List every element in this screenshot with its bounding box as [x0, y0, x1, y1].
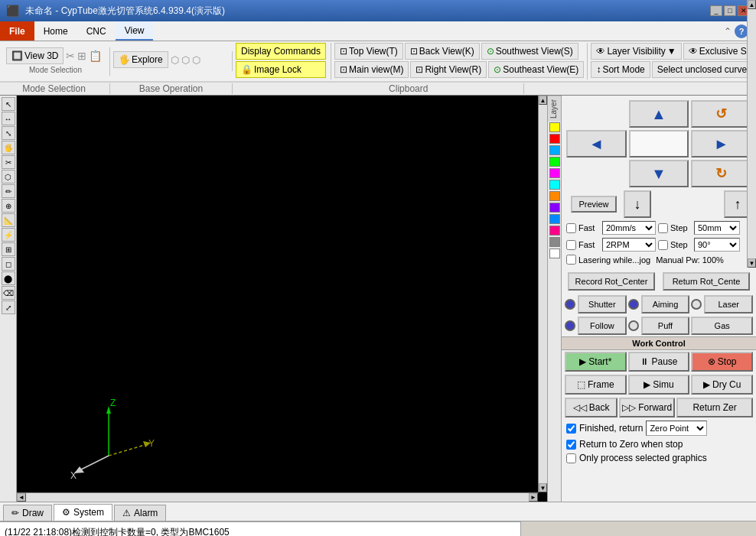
southeast-view-button[interactable]: ⊙ Southeast View(E): [488, 61, 584, 78]
z-down-button[interactable]: ↓: [624, 190, 651, 218]
layer-visibility-button[interactable]: 👁 Layer Visibility ▼: [591, 43, 681, 60]
step-val-2[interactable]: 90°: [694, 238, 740, 252]
left-tool-0[interactable]: ↖: [2, 97, 15, 111]
layer-color-2[interactable]: [549, 145, 560, 155]
layer-color-9[interactable]: [549, 226, 560, 236]
explore-button[interactable]: 🖐 Explore: [113, 51, 168, 68]
select-unclosed-button[interactable]: Select unclosed curve: [652, 61, 752, 78]
nav-left-button[interactable]: ◄: [566, 130, 627, 158]
return-rot-center-button[interactable]: Return Rot_Cente: [663, 272, 750, 291]
step-check-2[interactable]: [658, 240, 668, 250]
layer-color-10[interactable]: [549, 237, 560, 247]
canvas-hscroll[interactable]: ◄ ►: [17, 492, 538, 502]
fast-check-2[interactable]: [566, 240, 576, 250]
top-view-button[interactable]: ⊡ Top View(T): [334, 43, 403, 60]
back-view-button[interactable]: ⊡ Back View(K): [405, 43, 480, 60]
nav-center: [629, 130, 689, 158]
left-tool-8[interactable]: 📐: [2, 213, 15, 227]
left-tool-13[interactable]: ⌫: [2, 286, 15, 300]
layer-color-4[interactable]: [549, 168, 560, 178]
menu-cnc[interactable]: CNC: [77, 21, 116, 41]
start-button[interactable]: ▶ Start*: [565, 352, 627, 372]
minimize-button[interactable]: _: [710, 5, 722, 16]
laser-radio[interactable]: [691, 299, 702, 310]
display-commands-button[interactable]: Display Commands: [236, 43, 326, 60]
aiming-radio[interactable]: [628, 299, 639, 310]
record-rot-center-button[interactable]: Record Rot_Center: [568, 272, 655, 291]
aiming-button[interactable]: Aiming: [641, 295, 690, 313]
puff-button[interactable]: Puff: [641, 317, 690, 335]
left-tool-10[interactable]: ⊞: [2, 242, 15, 256]
lasering-check[interactable]: [566, 255, 576, 265]
follow-radio[interactable]: [565, 320, 575, 331]
menu-view[interactable]: View: [116, 21, 154, 41]
layer-color-5[interactable]: [549, 180, 560, 190]
left-tool-2[interactable]: ⤡: [2, 126, 15, 140]
shutter-button[interactable]: Shutter: [578, 295, 627, 313]
stop-button[interactable]: ⊗ Stop: [691, 352, 753, 372]
left-tool-3[interactable]: 🖐: [2, 141, 15, 154]
follow-button[interactable]: Follow: [578, 317, 627, 335]
nav-right-button[interactable]: ►: [691, 130, 751, 158]
southwest-view-button[interactable]: ⊙ Southwest View(S): [481, 43, 578, 60]
left-tool-5[interactable]: ⬡: [2, 170, 15, 184]
step-val-1[interactable]: 50mm: [694, 221, 740, 235]
preview-button[interactable]: Preview: [571, 196, 617, 213]
gas-button[interactable]: Gas: [691, 317, 753, 335]
layer-color-11[interactable]: [549, 249, 560, 258]
rp-vscroll[interactable]: ▲ ▼: [747, 96, 756, 268]
layer-color-8[interactable]: [549, 214, 560, 224]
layer-color-6[interactable]: [549, 191, 560, 201]
shutter-radio[interactable]: [565, 299, 575, 310]
dry-cut-button[interactable]: ▶ Dry Cu: [691, 375, 753, 395]
left-tool-12[interactable]: ⬤: [2, 271, 15, 285]
menu-home[interactable]: Home: [34, 21, 77, 41]
fast-check-1[interactable]: [566, 223, 576, 233]
exclusive-show-button[interactable]: 👁 Exclusive Show: [683, 43, 756, 60]
forward-button[interactable]: ▷▷ Forward: [619, 398, 675, 417]
left-tool-11[interactable]: ◻: [2, 257, 15, 271]
nav-rot-cw-button[interactable]: ↻: [691, 160, 751, 187]
maximize-button[interactable]: □: [724, 5, 736, 16]
nav-rot-ccw-button[interactable]: ↺: [691, 100, 751, 128]
back-button[interactable]: ◁◁ Back: [565, 398, 618, 417]
sort-mode-button[interactable]: ↕ Sort Mode: [591, 61, 650, 78]
layer-color-0[interactable]: [549, 122, 560, 132]
canvas-area[interactable]: Z Y X ▲ ▼ ◄ ►: [17, 96, 547, 502]
left-tool-1[interactable]: ↔: [2, 112, 15, 125]
tab-alarm[interactable]: ⚠ Alarm: [114, 505, 166, 521]
tab-draw[interactable]: ✏ Draw: [3, 505, 52, 521]
canvas-vscroll[interactable]: ▲ ▼: [538, 96, 547, 492]
system-icon: ⚙: [62, 507, 70, 518]
layer-tab[interactable]: Layer: [548, 96, 561, 122]
zero-point-select[interactable]: Zero Point: [646, 421, 707, 436]
nav-down-button[interactable]: ▼: [629, 160, 689, 187]
layer-color-7[interactable]: [549, 203, 560, 213]
left-tool-6[interactable]: ✏: [2, 184, 15, 198]
frame-button[interactable]: ⬚ Frame: [565, 375, 627, 395]
layer-color-3[interactable]: [549, 157, 560, 167]
tab-system[interactable]: ⚙ System: [54, 504, 112, 521]
nav-up-button[interactable]: ▲: [629, 100, 689, 128]
menu-file[interactable]: File: [0, 21, 34, 41]
view3d-button[interactable]: 🔲 View 3D: [6, 47, 64, 64]
left-tool-14[interactable]: ⤢: [2, 300, 15, 314]
fast-speed-1[interactable]: 20mm/s: [602, 221, 656, 235]
fast-speed-2[interactable]: 2RPM: [602, 238, 656, 252]
return-zero-button[interactable]: Return Zer: [676, 398, 753, 417]
left-tool-4[interactable]: ✂: [2, 155, 15, 169]
simu-button[interactable]: ▶ Simu: [628, 375, 690, 395]
finished-return-check[interactable]: [566, 424, 576, 434]
layer-color-1[interactable]: [549, 134, 560, 144]
return-zero-check[interactable]: [566, 440, 576, 450]
left-tool-7[interactable]: ⊕: [2, 199, 15, 213]
image-lock-button[interactable]: 🔒 Image Lock: [236, 61, 326, 78]
right-view-button[interactable]: ⊡ Right View(R): [410, 61, 487, 78]
only-process-check[interactable]: [566, 453, 576, 463]
puff-radio[interactable]: [628, 320, 639, 331]
left-tool-9[interactable]: ⚡: [2, 228, 15, 242]
step-check-1[interactable]: [658, 223, 668, 233]
main-view-button[interactable]: ⊡ Main view(M): [334, 61, 409, 78]
pause-button[interactable]: ⏸ Pause: [628, 352, 690, 372]
laser-button[interactable]: Laser: [704, 295, 753, 313]
